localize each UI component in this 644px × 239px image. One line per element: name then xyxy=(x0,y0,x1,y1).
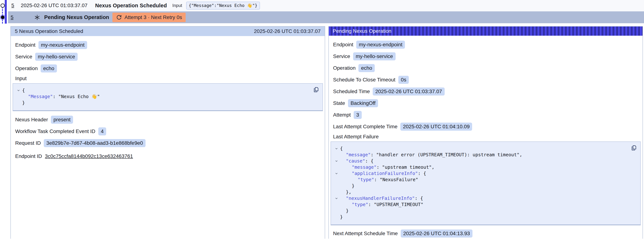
endpoint-id-link[interactable]: 3c0c75ccfa8144b092c13ce632463761 xyxy=(45,153,133,159)
field-last-attempt-complete-time: Last Attempt Complete Time 2025-02-26 UT… xyxy=(333,122,639,131)
chevron-down-icon[interactable] xyxy=(333,196,340,200)
field-label: Scheduled Time xyxy=(333,88,370,94)
json-line: } xyxy=(15,100,310,106)
event-history-list: 5 2025-02-26 UTC 01:03:37.07 Nexus Opera… xyxy=(0,0,644,23)
field-value-badge: 4 xyxy=(98,127,106,136)
left-panel-body: Endpoint my-nexus-endpoint Service my-he… xyxy=(11,36,325,165)
field-label: Last Attempt Complete Time xyxy=(333,124,398,130)
copy-icon[interactable] xyxy=(631,145,637,152)
event-title: Nexus Operation Scheduled xyxy=(95,2,167,8)
field-value-badge: present xyxy=(51,116,73,124)
field-schedule-to-close-timeout: Schedule To Close Timeout 0s xyxy=(333,76,639,84)
field-value-badge: 2025-02-26 UTC 01:04:13.93 xyxy=(401,230,472,238)
pending-title: Pending Nexus Operation xyxy=(44,14,109,20)
json-line: } xyxy=(333,208,628,214)
field-label: Workflow Task Completed Event ID xyxy=(15,128,95,134)
retry-badge-text: Attempt 3 · Next Retry 0s xyxy=(124,14,182,20)
right-panel-header: Pending Nexus Operation xyxy=(329,26,643,36)
field-value-badge: 2025-02-26 UTC 01:04:10.09 xyxy=(400,122,472,131)
field-label: State xyxy=(333,100,345,106)
field-value-badge: BackingOff xyxy=(348,99,378,107)
pending-asterisk-icon xyxy=(34,14,40,20)
field-label: Operation xyxy=(15,66,38,71)
field-label: Attempt xyxy=(333,112,351,118)
event-row-scheduled[interactable]: 5 2025-02-26 UTC 01:03:37.07 Nexus Opera… xyxy=(8,0,644,11)
timeline-active-bar xyxy=(5,0,7,24)
json-line: "cause": { xyxy=(333,158,628,164)
field-label: Endpoint xyxy=(15,42,36,48)
field-label: Next Attempt Schedule Time xyxy=(333,230,398,236)
left-panel-timestamp: 2025-02-26 UTC 01:03:37.07 xyxy=(254,28,320,34)
field-label: Service xyxy=(15,54,32,60)
json-line: { xyxy=(333,146,628,152)
timeline-dot-scheduled xyxy=(0,4,5,8)
chevron-down-icon[interactable] xyxy=(333,147,340,150)
chevron-down-icon[interactable] xyxy=(333,159,340,163)
field-value-badge: 0s xyxy=(398,76,409,84)
left-panel-title: 5 Nexus Operation Scheduled xyxy=(15,28,83,34)
json-line: "nexusHandlerFailureInfo": { xyxy=(333,195,628,202)
json-line: "Message": "Nexus Echo 👋" xyxy=(15,94,310,100)
failure-json-viewer: { "message": "handler error (UPSTREAM_TI… xyxy=(330,142,641,225)
json-line: "applicationFailureInfo": { xyxy=(333,170,628,176)
retry-icon xyxy=(116,14,122,20)
retry-status-badge: Attempt 3 · Next Retry 0s xyxy=(112,13,186,22)
event-input-preview-badge: {"Message":"Nexus Echo 👋"} xyxy=(186,2,260,10)
panel-pending-nexus-operation: Pending Nexus Operation Endpoint my-nexu… xyxy=(328,26,643,239)
field-value-badge: 3 xyxy=(354,111,362,119)
json-line: { xyxy=(15,87,310,94)
field-value-badge: my-nexus-endpoint xyxy=(38,41,87,49)
field-service: Service my-hello-service xyxy=(15,52,321,61)
json-line: } xyxy=(333,183,628,189)
event-id-link[interactable]: 5 xyxy=(11,2,14,8)
field-next-attempt-schedule-time: Next Attempt Schedule Time 2025-02-26 UT… xyxy=(333,229,639,238)
field-workflow-task-completed-event-id: Workflow Task Completed Event ID 4 xyxy=(15,127,321,136)
json-line: } xyxy=(333,214,628,220)
field-request-id: Request ID 3e829b7e-7d67-4b08-aad3-b1e86… xyxy=(15,139,321,147)
field-value-badge: my-nexus-endpoint xyxy=(356,41,405,49)
field-value-badge: echo xyxy=(358,64,375,72)
panel-nexus-operation-scheduled: 5 Nexus Operation Scheduled 2025-02-26 U… xyxy=(10,26,325,239)
chevron-down-icon[interactable] xyxy=(333,172,340,175)
field-value-badge: 2025-02-26 UTC 01:03:37.07 xyxy=(373,88,444,96)
timeline-dot-pending xyxy=(1,16,4,19)
chevron-down-icon[interactable] xyxy=(15,88,22,92)
field-service: Service my-hello-service xyxy=(333,52,639,60)
field-operation: Operation echo xyxy=(15,64,321,73)
json-line: "message": "handler error (UPSTREAM_TIME… xyxy=(333,152,628,158)
field-label: Nexus Header xyxy=(15,117,48,122)
field-scheduled-time: Scheduled Time 2025-02-26 UTC 01:03:37.0… xyxy=(333,87,639,96)
field-state: State BackingOff xyxy=(333,99,639,108)
timeline-connector-line xyxy=(2,6,3,24)
input-section-label: Input xyxy=(15,76,321,82)
field-value-badge: my-hello-service xyxy=(35,53,78,61)
field-label: Request ID xyxy=(15,140,41,146)
field-endpoint: Endpoint my-nexus-endpoint xyxy=(15,41,321,49)
event-row-pending[interactable]: 5 Pending Nexus Operation Attempt 3 · Ne… xyxy=(8,11,644,23)
field-label: Endpoint ID xyxy=(15,153,42,159)
field-label: Operation xyxy=(333,65,356,71)
field-endpoint: Endpoint my-nexus-endpoint xyxy=(333,40,639,49)
right-panel-body: Endpoint my-nexus-endpoint Service my-he… xyxy=(329,36,643,239)
field-label: Service xyxy=(333,54,350,59)
field-value-badge: 3e829b7e-7d67-4b08-aad3-b1e868bfe9e0 xyxy=(44,139,146,147)
json-line: "type": "NexusFailure" xyxy=(333,176,628,183)
right-panel-title: Pending Nexus Operation xyxy=(333,28,392,34)
last-attempt-failure-label: Last Attempt Failure xyxy=(333,134,639,140)
event-timestamp: 2025-02-26 UTC 01:03:37.07 xyxy=(21,2,88,8)
input-json-viewer: { "Message": "Nexus Echo 👋" } xyxy=(13,83,323,111)
left-panel-header: 5 Nexus Operation Scheduled 2025-02-26 U… xyxy=(11,26,325,36)
json-line: "message": "upstream timeout", xyxy=(333,164,628,170)
event-id-link[interactable]: 5 xyxy=(10,14,14,20)
detail-panels: 5 Nexus Operation Scheduled 2025-02-26 U… xyxy=(10,26,643,239)
json-line: "type": "UPSTREAM_TIMEOUT" xyxy=(333,202,628,208)
field-label: Endpoint xyxy=(333,42,354,48)
copy-icon[interactable] xyxy=(313,86,319,93)
field-attempt: Attempt 3 xyxy=(333,111,639,119)
event-input-label: Input xyxy=(172,3,182,8)
json-line: }, xyxy=(333,189,628,195)
field-value-badge: echo xyxy=(41,64,57,72)
timeline-rail xyxy=(0,0,8,24)
field-nexus-header: Nexus Header present xyxy=(15,116,321,124)
field-operation: Operation echo xyxy=(333,64,639,72)
